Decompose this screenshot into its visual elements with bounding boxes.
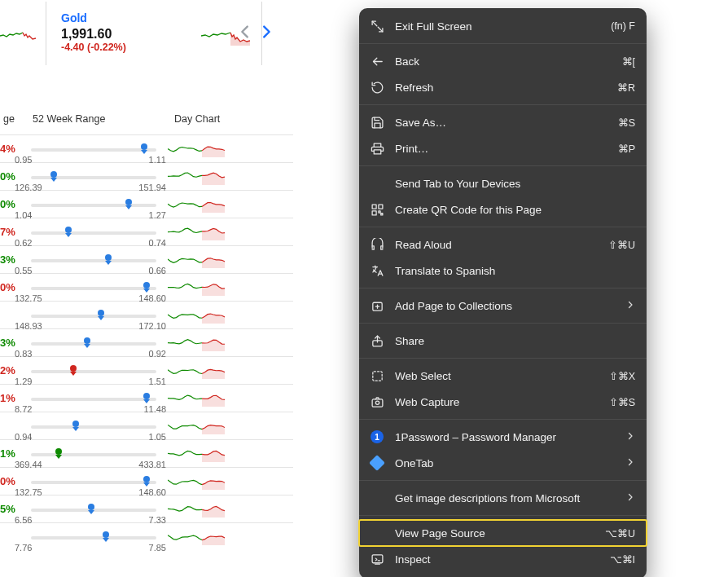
menu-separator xyxy=(359,227,647,227)
range-low: 126.39 xyxy=(15,183,42,192)
menu-item-exit-full-screen[interactable]: Exit Full Screen (fn) F xyxy=(359,13,647,39)
table-row[interactable]: 7.76 7.85 xyxy=(0,522,293,550)
range-high: 11.48 xyxy=(143,404,166,414)
table-row[interactable]: 148.93 172.10 xyxy=(0,301,293,328)
svg-rect-6 xyxy=(378,205,382,209)
svg-rect-3 xyxy=(374,143,381,147)
menu-item-label: Send Tab to Your Devices xyxy=(395,178,635,190)
range-52w: 126.39 151.94 xyxy=(15,174,166,179)
range-high: 1.27 xyxy=(149,210,166,220)
menu-item-shortcut: ⇧⌘X xyxy=(609,370,635,382)
range-high: 148.60 xyxy=(138,487,166,497)
range-high: 151.94 xyxy=(138,183,166,192)
svg-rect-4 xyxy=(374,149,381,153)
ticker-card[interactable]: Gold 1,991.60 -4.40 (-0.22%) xyxy=(46,2,262,65)
day-chart-spark xyxy=(166,165,272,187)
menu-item-shortcut: ⇧⌘U xyxy=(608,239,635,251)
day-chart-spark xyxy=(166,359,272,381)
table-row[interactable]: 0.94 1.05 xyxy=(0,412,293,439)
save-icon xyxy=(369,114,385,130)
menu-item-get-image-descriptions-from-microsoft[interactable]: Get image descriptions from Microsoft xyxy=(359,485,647,511)
read-icon xyxy=(369,236,385,253)
range-52w: 369.44 433.81 xyxy=(15,451,166,456)
table-row[interactable]: 0% 132.75 148.60 xyxy=(0,467,293,495)
table-row[interactable]: 3% 0.83 0.92 xyxy=(0,328,293,356)
svg-rect-8 xyxy=(378,210,379,212)
menu-item-print[interactable]: Print… ⌘P xyxy=(359,135,647,161)
next-arrow-icon[interactable] xyxy=(256,21,277,42)
menu-item-shortcut: ⌘S xyxy=(618,117,635,129)
table-row[interactable]: 1% 8.72 11.48 xyxy=(0,384,293,412)
menu-item-1password-password-manager[interactable]: 1 1Password – Password Manager xyxy=(359,424,647,450)
svg-rect-9 xyxy=(380,213,382,214)
day-chart-spark xyxy=(166,221,272,243)
none-icon xyxy=(369,525,385,541)
table-row[interactable]: 0% 126.39 151.94 xyxy=(0,162,293,190)
svg-rect-16 xyxy=(372,399,383,406)
mini-sparkline xyxy=(0,28,36,48)
menu-separator xyxy=(359,323,647,324)
menu-item-web-capture[interactable]: Web Capture ⇧⌘S xyxy=(359,389,647,415)
table-row[interactable]: 0% 1.04 1.27 xyxy=(0,190,293,218)
prev-arrow-icon[interactable] xyxy=(235,21,256,42)
range-low: 6.56 xyxy=(15,515,32,525)
range-52w: 6.56 7.33 xyxy=(15,507,166,512)
translate-icon xyxy=(369,262,385,279)
menu-item-inspect[interactable]: Inspect ⌥⌘I xyxy=(359,546,647,572)
menu-item-send-tab-to-your-devices[interactable]: Send Tab to Your Devices xyxy=(359,170,647,196)
menu-item-label: Web Select xyxy=(395,370,599,382)
menu-separator xyxy=(359,480,647,481)
menu-separator xyxy=(359,165,647,166)
table-row[interactable]: 1% 369.44 433.81 xyxy=(0,439,293,467)
range-52w: 7.76 7.85 xyxy=(15,535,166,540)
menu-item-web-select[interactable]: Web Select ⇧⌘X xyxy=(359,363,647,389)
svg-line-0 xyxy=(372,21,377,26)
chevron-right-icon xyxy=(625,457,635,469)
menu-item-onetab[interactable]: OneTab xyxy=(359,450,647,476)
change-pct: 4% xyxy=(0,143,15,155)
menu-item-back[interactable]: Back ⌘[ xyxy=(359,48,647,74)
table-row[interactable]: 0% 132.75 148.60 xyxy=(0,273,293,301)
svg-rect-15 xyxy=(372,371,381,380)
table-row[interactable]: 3% 0.55 0.66 xyxy=(0,245,293,273)
range-52w: 148.93 172.10 xyxy=(15,313,166,318)
table-row[interactable]: 5% 6.56 7.33 xyxy=(0,495,293,522)
chevron-right-icon xyxy=(625,492,635,504)
menu-item-save-as[interactable]: Save As… ⌘S xyxy=(359,109,647,135)
range-high: 1.51 xyxy=(149,377,166,386)
chevron-right-icon xyxy=(625,431,635,443)
menu-item-label: Get image descriptions from Microsoft xyxy=(395,492,616,504)
table-row[interactable]: 4% 0.95 1.11 xyxy=(0,134,293,162)
range-low: 1.29 xyxy=(15,377,32,386)
menu-item-add-page-to-collections[interactable]: Add Page to Collections xyxy=(359,293,647,319)
change-pct: 3% xyxy=(0,253,15,266)
context-menu[interactable]: Exit Full Screen (fn) F Back ⌘[ Refresh … xyxy=(359,8,647,577)
menu-item-label: Back xyxy=(395,55,612,68)
menu-item-label: OneTab xyxy=(395,457,616,469)
table-row[interactable]: 2% 1.29 1.51 xyxy=(0,356,293,384)
day-chart-spark xyxy=(166,193,272,215)
range-52w: 1.04 1.27 xyxy=(15,202,166,207)
menu-separator xyxy=(359,104,647,105)
range-52w: 0.55 0.66 xyxy=(15,258,166,262)
range-low: 8.72 xyxy=(15,404,32,414)
day-chart-spark xyxy=(166,415,272,437)
header-day-chart[interactable]: Day Chart xyxy=(166,113,272,125)
range-52w: 0.94 1.05 xyxy=(15,424,166,429)
ticker-name[interactable]: Gold xyxy=(61,11,250,24)
menu-item-create-qr-code-for-this-page[interactable]: Create QR Code for this Page xyxy=(359,196,647,222)
menu-item-label: View Page Source xyxy=(395,527,595,540)
menu-item-view-page-source[interactable]: View Page Source ⌥⌘U xyxy=(359,520,647,546)
range-52w: 0.95 1.11 xyxy=(15,147,166,152)
range-high: 0.74 xyxy=(149,238,166,248)
header-change-pct: ge xyxy=(0,113,15,125)
table-row[interactable]: 7% 0.62 0.74 xyxy=(0,218,293,245)
menu-item-translate-to-spanish[interactable]: Translate to Spanish xyxy=(359,258,647,284)
menu-item-share[interactable]: Share xyxy=(359,328,647,354)
header-52w-range[interactable]: 52 Week Range xyxy=(15,113,166,125)
menu-item-read-aloud[interactable]: Read Aloud ⇧⌘U xyxy=(359,231,647,258)
menu-item-refresh[interactable]: Refresh ⌘R xyxy=(359,74,647,100)
svg-rect-7 xyxy=(372,210,376,214)
change-pct: 1% xyxy=(0,392,15,404)
change-pct: 3% xyxy=(0,337,15,349)
